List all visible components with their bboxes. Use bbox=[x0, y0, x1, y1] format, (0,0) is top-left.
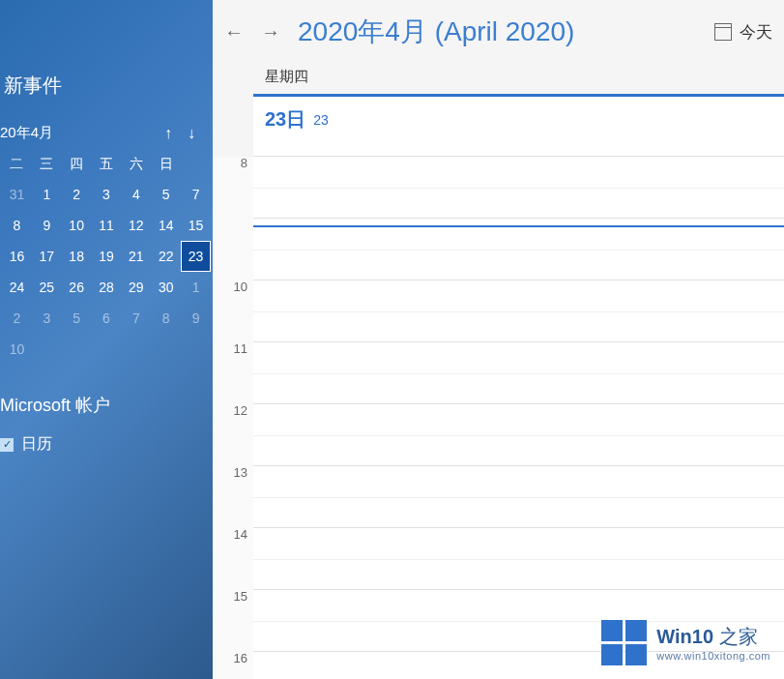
mini-cal-weekday: 五 bbox=[92, 150, 122, 179]
time-slots[interactable] bbox=[253, 157, 784, 679]
mini-cal-day[interactable]: 7 bbox=[181, 179, 211, 210]
mini-cal-day[interactable]: 15 bbox=[181, 210, 211, 241]
time-slot-row[interactable] bbox=[253, 219, 784, 280]
time-label: 14 bbox=[234, 527, 247, 542]
mini-cal-day[interactable]: 22 bbox=[151, 241, 181, 272]
mini-cal-day[interactable]: 9 bbox=[32, 210, 62, 241]
mini-cal-day[interactable]: 10 bbox=[2, 334, 32, 365]
mini-cal-month-label: 20年4月 bbox=[0, 124, 164, 142]
time-slot-row[interactable] bbox=[253, 466, 784, 528]
day-date-big: 23日 bbox=[265, 106, 305, 133]
mini-cal-day[interactable]: 26 bbox=[62, 272, 92, 303]
day-header[interactable]: 23日 23 bbox=[253, 94, 784, 157]
mini-cal-day[interactable]: 14 bbox=[151, 210, 181, 241]
calendar-item-label: 日历 bbox=[21, 434, 52, 455]
sidebar: 新事件 20年4月 ↑ ↓ 二三四五六日 3112345789101112141… bbox=[0, 0, 213, 679]
month-prev-button[interactable]: ↑ bbox=[164, 125, 172, 142]
time-label: 11 bbox=[234, 341, 247, 356]
mini-cal-day[interactable]: 10 bbox=[62, 210, 92, 241]
time-label: 15 bbox=[234, 589, 247, 604]
mini-cal-day[interactable]: 30 bbox=[151, 272, 181, 303]
mini-cal-day[interactable]: 7 bbox=[121, 303, 151, 334]
mini-cal-day[interactable]: 4 bbox=[121, 179, 151, 210]
nav-next-button[interactable]: → bbox=[261, 21, 280, 44]
time-label: 13 bbox=[234, 465, 247, 480]
mini-cal-day[interactable]: 1 bbox=[181, 272, 211, 303]
mini-cal-day[interactable]: 5 bbox=[151, 179, 181, 210]
mini-cal-day[interactable]: 25 bbox=[32, 272, 62, 303]
mini-cal-day[interactable]: 1 bbox=[32, 179, 62, 210]
mini-cal-weekday: 二 bbox=[2, 150, 32, 179]
mini-cal-day[interactable]: 12 bbox=[121, 210, 151, 241]
mini-cal-days-grid: 3112345789101112141516171819212223242526… bbox=[0, 179, 213, 365]
mini-cal-weekday: 日 bbox=[151, 150, 181, 179]
mini-cal-day[interactable]: 9 bbox=[181, 303, 211, 334]
time-grid: 8101112131415169:07 bbox=[213, 157, 784, 679]
main-panel: ← → 2020年4月 (April 2020) 今天 星期四 23日 23 8… bbox=[213, 0, 784, 679]
day-date-small: 23 bbox=[313, 112, 329, 128]
windows-logo-icon bbox=[601, 620, 647, 665]
mini-cal-day[interactable]: 31 bbox=[2, 179, 32, 210]
mini-cal-day[interactable]: 8 bbox=[2, 210, 32, 241]
new-event-button[interactable]: 新事件 bbox=[0, 63, 213, 108]
mini-cal-day[interactable]: 8 bbox=[151, 303, 181, 334]
mini-cal-day[interactable]: 6 bbox=[92, 303, 122, 334]
mini-cal-day[interactable]: 16 bbox=[2, 241, 32, 272]
nav-prev-button[interactable]: ← bbox=[224, 21, 244, 44]
mini-cal-day[interactable]: 3 bbox=[32, 303, 62, 334]
checkbox-icon: ✓ bbox=[0, 438, 14, 452]
mini-cal-day[interactable]: 3 bbox=[92, 179, 122, 210]
time-label: 12 bbox=[234, 403, 247, 418]
time-label: 10 bbox=[234, 280, 247, 294]
mini-cal-day[interactable]: 11 bbox=[92, 210, 122, 241]
watermark: Win10 之家 www.win10xitong.com bbox=[601, 620, 770, 665]
current-time-line bbox=[253, 225, 784, 227]
time-gutter: 8101112131415169:07 bbox=[213, 157, 253, 679]
today-label: 今天 bbox=[740, 21, 772, 44]
mini-cal-day[interactable]: 5 bbox=[62, 303, 92, 334]
mini-cal-day[interactable]: 24 bbox=[2, 272, 32, 303]
time-slot-row[interactable] bbox=[253, 404, 784, 466]
watermark-url: www.win10xitong.com bbox=[656, 650, 770, 662]
mini-cal-day[interactable]: 17 bbox=[32, 241, 62, 272]
mini-cal-day[interactable]: 28 bbox=[92, 272, 122, 303]
mini-calendar-header: 20年4月 ↑ ↓ bbox=[0, 116, 213, 150]
mini-cal-weekday-row: 二三四五六日 bbox=[0, 150, 213, 179]
time-label: 8 bbox=[241, 157, 247, 170]
main-header: ← → 2020年4月 (April 2020) 今天 bbox=[213, 0, 784, 64]
time-slot-row[interactable] bbox=[253, 528, 784, 590]
mini-cal-day[interactable]: 23 bbox=[181, 241, 211, 272]
month-title[interactable]: 2020年4月 (April 2020) bbox=[298, 14, 714, 50]
mini-cal-day[interactable]: 2 bbox=[62, 179, 92, 210]
calendar-toggle-item[interactable]: ✓ 日历 bbox=[0, 423, 213, 462]
today-button[interactable]: 今天 bbox=[714, 21, 772, 44]
mini-cal-weekday: 四 bbox=[62, 150, 92, 179]
mini-cal-day[interactable]: 19 bbox=[92, 241, 122, 272]
time-label: 16 bbox=[234, 651, 247, 665]
time-slot-row[interactable] bbox=[253, 280, 784, 342]
time-slot-row[interactable] bbox=[253, 342, 784, 404]
mini-cal-day[interactable]: 18 bbox=[62, 241, 92, 272]
calendar-icon bbox=[714, 23, 732, 41]
mini-cal-day[interactable]: 21 bbox=[121, 241, 151, 272]
mini-cal-weekday: 三 bbox=[32, 150, 62, 179]
watermark-title: Win10 之家 bbox=[656, 624, 770, 650]
account-title[interactable]: Microsoft 帐户 bbox=[0, 388, 213, 423]
month-next-button[interactable]: ↓ bbox=[188, 125, 195, 142]
mini-cal-day[interactable]: 2 bbox=[2, 303, 32, 334]
mini-cal-day[interactable]: 29 bbox=[121, 272, 151, 303]
time-slot-row[interactable] bbox=[253, 157, 784, 219]
weekday-label: 星期四 bbox=[213, 64, 784, 94]
mini-cal-weekday: 六 bbox=[121, 150, 151, 179]
